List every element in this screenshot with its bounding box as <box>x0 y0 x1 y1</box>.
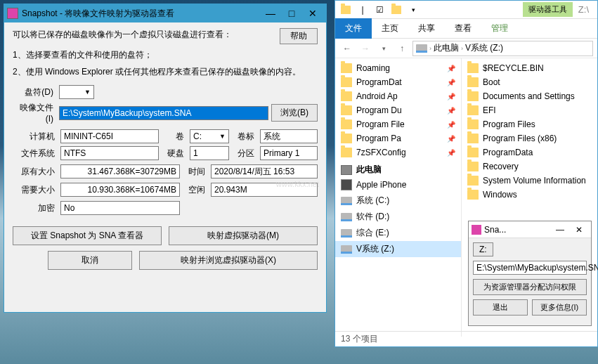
pinned-folder[interactable]: Program Pa📌 <box>335 131 461 145</box>
folder-label: EFI <box>483 105 496 115</box>
computer-icon <box>341 165 352 175</box>
pinned-folder[interactable]: 7zSFXConfig📌 <box>335 145 461 160</box>
encrypt-value: No <box>60 201 180 215</box>
drive-combo[interactable]: ▼ <box>59 85 94 99</box>
crumb-volume[interactable]: V系统 (Z:) <box>465 42 503 54</box>
partition-value: Primary 1 <box>260 146 318 160</box>
qat-dropdown-icon[interactable]: ▾ <box>405 3 421 17</box>
disk-value: 1 <box>190 146 229 160</box>
folder-label: Roaming <box>356 63 390 73</box>
folder-item[interactable]: Recovery <box>462 160 597 174</box>
folder-label: Program Du <box>356 105 402 115</box>
back-button[interactable]: ← <box>339 41 355 56</box>
up-button[interactable]: ↑ <box>394 41 410 56</box>
breadcrumb[interactable]: › 此电脑 › V系统 (Z:) <box>412 41 593 56</box>
folder-icon <box>467 162 479 171</box>
popup-titlebar[interactable]: Sna... — ✕ <box>469 221 591 238</box>
assign-permission-button[interactable]: 为资源管理器分配访问权限 <box>473 279 587 295</box>
folder-item[interactable]: $RECYCLE.BIN <box>462 61 597 75</box>
minimize-button[interactable]: — <box>550 225 570 235</box>
pinned-folder[interactable]: Program Du📌 <box>335 103 461 117</box>
drive-label: 盘符(D) <box>13 86 56 98</box>
folder-label: Boot <box>483 77 500 87</box>
fs-value: NTFS <box>60 146 159 160</box>
folder-icon <box>467 77 479 87</box>
folder-icon <box>467 176 479 186</box>
cancel-button[interactable]: 取消 <box>48 251 132 270</box>
help-button[interactable]: 帮助 <box>280 28 318 44</box>
folder-icon <box>467 190 479 200</box>
chevron-right-icon: › <box>461 45 463 52</box>
device-drive[interactable]: V系统 (Z:) <box>335 241 461 257</box>
tab-manage[interactable]: 管理 <box>481 18 518 39</box>
computer-value: MININT-C65I <box>60 129 159 143</box>
chevron-down-icon: ▼ <box>219 133 226 140</box>
encrypt-label: 加密 <box>13 202 58 214</box>
map-browse-button[interactable]: 映射并浏览虚拟驱动器(X) <box>139 251 318 270</box>
folder-open-icon[interactable] <box>389 3 404 17</box>
free-label: 空闲 <box>183 184 208 196</box>
tab-share[interactable]: 共享 <box>408 18 445 39</box>
device-drive[interactable]: 系统 (C:) <box>335 193 461 209</box>
drive-icon <box>416 44 427 53</box>
folder-item[interactable]: EFI <box>462 103 597 117</box>
fs-label: 文件系统 <box>13 148 58 160</box>
folder-item[interactable]: ProgramData <box>462 145 597 160</box>
folder-item[interactable]: Program Files <box>462 117 597 131</box>
pin-icon: 📌 <box>447 107 455 115</box>
close-button[interactable]: ✕ <box>570 225 588 235</box>
folder-label: ProgramData <box>483 148 533 157</box>
minimize-button[interactable]: — <box>260 6 281 20</box>
popup-path-input[interactable]: E:\System\MyBackup\system.SNA <box>473 261 587 275</box>
pinned-folder[interactable]: Android Ap📌 <box>335 89 461 103</box>
image-file-input[interactable]: E:\System\MyBackup\system.SNA <box>59 106 268 120</box>
folder-icon <box>341 148 352 157</box>
origsize-label: 原有大小 <box>13 166 58 178</box>
folder-item[interactable]: Boot <box>462 75 597 89</box>
folder-icon <box>341 134 352 143</box>
snapshot-popup: Sna... — ✕ Z: E:\System\MyBackup\system.… <box>468 221 592 326</box>
folder-icon <box>467 105 479 115</box>
drive-tools-tab[interactable]: 驱动器工具 <box>523 2 573 17</box>
volume-combo[interactable]: C:▼ <box>190 129 229 143</box>
folder-label: Windows <box>483 190 517 200</box>
drive-z-button[interactable]: Z: <box>473 242 493 256</box>
tab-home[interactable]: 主页 <box>372 18 408 39</box>
tab-view[interactable]: 查看 <box>445 18 481 39</box>
snapshot-step1: 1、选择要查看的文件和使用的盘符； <box>13 48 318 61</box>
folder-item[interactable]: System Volume Information <box>462 174 597 188</box>
folder-item[interactable]: Windows <box>462 188 597 202</box>
folder-item[interactable]: Program Files (x86) <box>462 131 597 145</box>
exit-button[interactable]: 退出 <box>473 299 528 316</box>
folder-label: Android Ap <box>356 91 398 101</box>
device-drive[interactable]: 综合 (E:) <box>335 225 461 241</box>
device-phone[interactable]: Apple iPhone <box>335 177 461 193</box>
pinned-folder[interactable]: Program File📌 <box>335 117 461 131</box>
chevron-down-icon: ▼ <box>84 89 91 96</box>
maximize-button[interactable]: □ <box>281 6 302 20</box>
close-button[interactable]: ✕ <box>302 6 323 20</box>
folder-item[interactable]: Documents and Settings <box>462 89 597 103</box>
disk-label: 硬盘 <box>162 148 187 160</box>
browse-button[interactable]: 浏览(B) <box>271 104 318 122</box>
recent-dropdown[interactable]: ▾ <box>376 41 391 56</box>
this-pc-header[interactable]: 此电脑 <box>335 160 461 177</box>
snapshot-dialog: Snapshot - 将映像文件映射为驱动器查看 — □ ✕ 可以将已保存的磁盘… <box>4 4 327 313</box>
tab-file[interactable]: 文件 <box>335 18 372 39</box>
properties-icon[interactable]: ☑ <box>372 3 387 17</box>
set-viewer-button[interactable]: 设置 Snapshot 为 SNA 查看器 <box>13 226 162 245</box>
forward-button[interactable]: → <box>358 41 373 56</box>
folder-icon <box>341 105 352 115</box>
folder-icon[interactable] <box>338 3 353 17</box>
device-drive[interactable]: 软件 (D:) <box>335 209 461 225</box>
map-virtual-button[interactable]: 映射虚拟驱动器(M) <box>169 226 318 245</box>
pinned-folder[interactable]: ProgramDat📌 <box>335 75 461 89</box>
pinned-folder[interactable]: Roaming📌 <box>335 61 461 75</box>
crumb-pc[interactable]: 此电脑 <box>434 42 459 54</box>
device-label: 系统 (C:) <box>356 195 389 207</box>
snapshot-titlebar[interactable]: Snapshot - 将映像文件映射为驱动器查看 — □ ✕ <box>4 4 326 22</box>
folder-label: System Volume Information <box>483 176 586 186</box>
explorer-qat: | ☑ ▾ 驱动器工具 Z:\ <box>335 1 597 19</box>
folder-icon <box>341 119 352 129</box>
more-info-button[interactable]: 更多信息(I) <box>532 299 587 316</box>
